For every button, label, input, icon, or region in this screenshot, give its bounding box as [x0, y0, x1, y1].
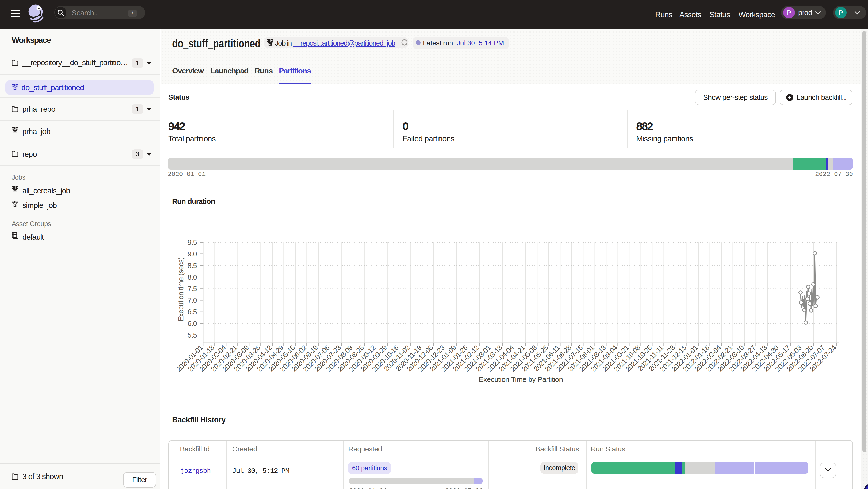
svg-text:9.0: 9.0	[187, 250, 197, 258]
svg-text:8.5: 8.5	[187, 262, 197, 269]
svg-text:Execution Time by Partition: Execution Time by Partition	[478, 376, 563, 383]
svg-text:5.5: 5.5	[187, 331, 197, 339]
svg-text:6.0: 6.0	[187, 320, 197, 327]
svg-text:7.5: 7.5	[187, 285, 197, 292]
svg-text:8.0: 8.0	[187, 273, 197, 281]
svg-text:7.0: 7.0	[187, 296, 197, 304]
svg-text:6.5: 6.5	[187, 308, 197, 316]
svg-text:Execution time (secs): Execution time (secs)	[177, 257, 185, 322]
svg-text:9.5: 9.5	[187, 238, 197, 246]
